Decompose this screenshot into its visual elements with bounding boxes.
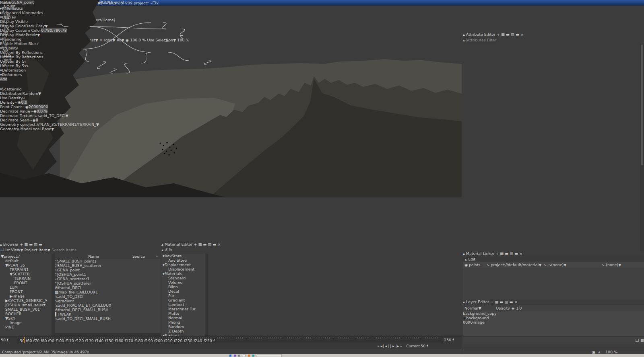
tree-item-project-[interactable]: ▼project:/	[0, 254, 52, 259]
material-item-displacement[interactable]: Displacement	[161, 267, 205, 271]
new-layer-icon[interactable]: ❏	[635, 338, 639, 343]
material-item-materials[interactable]: ▾Materials	[161, 271, 205, 276]
ref-dropdown[interactable]: ↘add_TO_DECI▼	[37, 113, 68, 118]
blend-mode-select[interactable]: Normal▼	[464, 306, 493, 310]
tree-item-front[interactable]: FRONT	[0, 281, 52, 285]
prev-frame-button[interactable]: ◂	[385, 344, 387, 348]
next-frame-button[interactable]: ∣▸	[395, 344, 399, 348]
material-item-random[interactable]: Random	[161, 324, 205, 329]
material-item-volume[interactable]: Volume	[161, 280, 205, 285]
color-component-field[interactable]: 0.78	[41, 28, 50, 33]
section-advanced-kinematics[interactable]: ▸Advanced Kinematics	[0, 10, 99, 15]
range-end-field[interactable]: 250 f	[444, 338, 461, 342]
value-field[interactable]: 0.0	[21, 100, 27, 105]
material-item-aov-store[interactable]: Aov Store	[161, 258, 205, 263]
tab-material-editor[interactable]: Material Editor	[165, 242, 193, 246]
add-tab-button[interactable]: +	[497, 32, 500, 37]
layer-image[interactable]: 0000image	[463, 320, 644, 324]
tree-item-terrain1[interactable]: TERRAIN1	[0, 267, 52, 272]
list-item-gena-point[interactable]: ∷GENA_point	[55, 268, 161, 272]
dropdown-display-mode[interactable]: Previz▼	[26, 33, 40, 37]
checkbox-enable-motion-blur[interactable]: ✓	[36, 41, 39, 46]
pause-button[interactable]: ∣∣	[388, 344, 392, 348]
reload-icon[interactable]: ↻	[169, 248, 172, 252]
value-field[interactable]: 0.0 %	[37, 109, 47, 113]
visibility-icon[interactable]: ◉	[464, 263, 468, 267]
list-item-add-fractal-et-cailloux[interactable]: ↘add_FRACTAL_ET_CAILLOUX	[55, 303, 161, 308]
go-end-button[interactable]: »	[400, 344, 402, 348]
add-tab-button[interactable]: +	[20, 242, 23, 246]
section-scattering[interactable]: ▾Scattering	[0, 87, 99, 91]
list-item-fractal-deci[interactable]: ※fractal_DECI	[55, 285, 161, 290]
tree-item-front[interactable]: FRONT	[0, 289, 52, 294]
material-item-textures[interactable]: ▾Textures	[161, 333, 205, 336]
value-field[interactable]: 20000000	[29, 105, 48, 109]
dropdown-distribution[interactable]: Random▼	[22, 91, 41, 96]
material-item-blinn[interactable]: Blinn	[161, 285, 205, 289]
tree-item-image[interactable]: ▶image	[0, 294, 52, 298]
material-item-aovstore[interactable]: ▾AovStore	[161, 254, 205, 258]
material-item-matte[interactable]: Matte	[161, 311, 205, 316]
tab-attribute-editor[interactable]: Attribute Editor	[466, 32, 495, 37]
eye-icon[interactable]: ◉	[25, 105, 29, 109]
subsection-deformers[interactable]: ▾Deformers	[0, 72, 99, 77]
material-item-lambert[interactable]: Lambert	[161, 302, 205, 307]
current-frame-field[interactable]: 50 f	[421, 344, 438, 348]
tab-browser[interactable]: Browser	[3, 242, 19, 246]
attributes-filter-input[interactable]: Attributes Filter	[467, 38, 496, 42]
attribute-scrollbar[interactable]	[640, 44, 644, 251]
material-item-fur[interactable]: Fur	[161, 293, 205, 298]
search-input[interactable]: Search Items	[52, 248, 76, 252]
name-field[interactable]: GENA_point	[11, 0, 34, 4]
link-arrow-icon[interactable]: ↘	[601, 263, 605, 267]
curve-icon[interactable]: ∼	[14, 100, 18, 105]
eye-icon[interactable]: ◉	[33, 109, 37, 113]
clip-map-select[interactable]: (none)▼	[606, 263, 642, 267]
checkbox-use-density[interactable]: ✓	[23, 96, 26, 100]
add-tab-button[interactable]: +	[495, 251, 499, 256]
tree-item-scatter[interactable]: ▼SCATTER	[0, 272, 52, 276]
add-button[interactable]: Add	[0, 77, 7, 81]
list-item-map-file-cailloux1[interactable]: ▦map_file_CAILLOUX1	[55, 290, 161, 294]
tree-item-rocher[interactable]: ROCHER	[0, 312, 52, 316]
list-item-gena-scatterer1[interactable]: ∷GENA_scatterer1	[55, 277, 161, 281]
tree-item-cactus-generic-a[interactable]: ▶CACTUS_GENERIC_A	[0, 298, 52, 303]
collapse-icon[interactable]: ▴	[161, 242, 163, 246]
tab-material-linker[interactable]: Material Linker	[466, 251, 494, 256]
dropdown-display-color[interactable]: Dark Gray▼	[25, 24, 48, 28]
material-item-standard[interactable]: Standard	[161, 276, 205, 280]
tree-item-sky[interactable]: ▼SKY	[0, 316, 52, 320]
tree-item-lum[interactable]: LUM	[0, 285, 52, 289]
material-item-z-depth[interactable]: Z Depth	[161, 329, 205, 333]
opacity-anim-icon[interactable]: ◈	[512, 306, 514, 310]
material-item-marschner-fur[interactable]: Marschner Fur	[161, 307, 205, 311]
tree-item-pine[interactable]: PINE	[0, 325, 52, 329]
collapse-icon[interactable]: ▴	[463, 251, 465, 256]
panel-layout-icons[interactable]: ▦ ▬ ▥ ▬ ×	[501, 32, 524, 37]
view-mode-select[interactable]: ≣List View▼	[0, 248, 23, 252]
tree-item-joshua-small-select[interactable]: JOSHUA_small_select	[0, 303, 52, 307]
panel-layout-icons[interactable]: ▦ ▬ ▥ ▬	[24, 242, 42, 246]
playhead[interactable]	[24, 337, 25, 343]
panel-layout-icons[interactable]: ▦ ▬ ▥ ▬ ×	[500, 251, 522, 256]
value-field[interactable]: 0	[36, 118, 38, 122]
collapse-icon[interactable]: ▴	[463, 32, 465, 37]
tree-item-image[interactable]: image	[0, 320, 52, 325]
list-item-add-to-deci-small-bush[interactable]: ↘add_TO_DECI_SMALL_BUSH	[55, 316, 161, 321]
collapse-icon[interactable]: ▴	[463, 38, 465, 42]
add-tab-button[interactable]: +	[490, 300, 493, 304]
material-item-phong[interactable]: Phong	[161, 320, 205, 324]
color-component-field[interactable]: 0.78	[58, 28, 67, 33]
item-filter-select[interactable]: Project Item▼	[24, 248, 50, 252]
section-kinematics[interactable]: ▸Kinematics	[0, 6, 99, 10]
browser-tree-scrollbar[interactable]	[52, 254, 55, 336]
tree-item-plan-35[interactable]: ▼PLAN_35	[0, 263, 52, 267]
opacity-value[interactable]: 1.0	[516, 306, 522, 310]
browser-list-hscrollbar[interactable]	[55, 333, 161, 336]
list-item-add-to-deci[interactable]: ↘add_TO_DECI	[55, 294, 161, 299]
ref-dropdown[interactable]: project://PLAN_35/TERRAIN1/TERRAIN_▼	[22, 122, 99, 127]
panel-layout-icons[interactable]: ▦ ▬ ▥ ▬ ×	[495, 300, 517, 304]
material-select[interactable]: project://default/material▼	[491, 263, 542, 267]
timeline-ruler[interactable]: 50 f60 f70 f80 f90 f100 f110 f120 f130 f…	[19, 337, 443, 343]
list-item-joshua-point1[interactable]: ∷JOSHUA_point1	[55, 272, 161, 277]
